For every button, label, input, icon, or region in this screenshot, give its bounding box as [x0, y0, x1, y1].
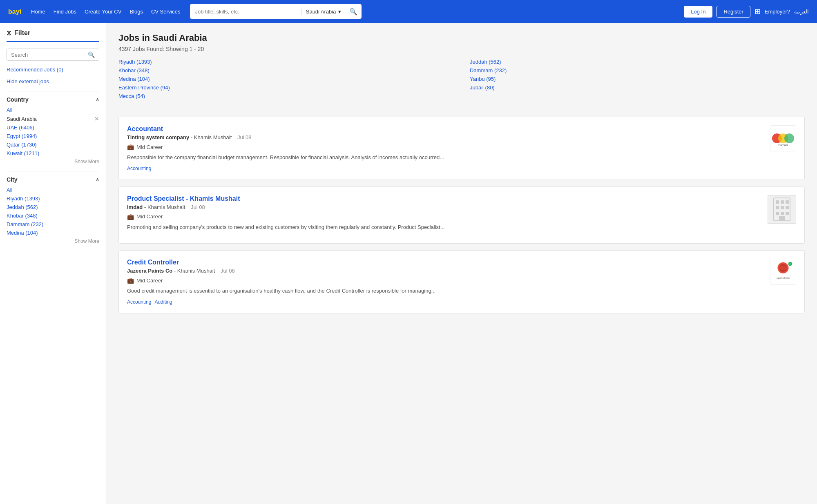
nav-search-input[interactable]: [190, 9, 301, 15]
job-meta-product-specialist: Imdad - Khamis Mushait Jul 08: [127, 204, 761, 210]
city-riyadh[interactable]: Riyadh (1393): [7, 195, 99, 202]
city-link-khobar[interactable]: Khobar (348): [118, 67, 453, 73]
job-tag-auditing[interactable]: Auditing: [154, 299, 172, 305]
employer-link[interactable]: Employer?: [765, 9, 790, 15]
chevron-down-icon: ▾: [338, 9, 341, 15]
city-links: Riyadh (1393) Khobar (348) Medina (104) …: [118, 59, 805, 102]
svg-text:bayt: bayt: [8, 8, 21, 15]
city-riyadh-link[interactable]: Riyadh (1393): [7, 195, 40, 202]
city-link-medina[interactable]: Medina (104): [118, 76, 453, 82]
nav-cv-services[interactable]: CV Services: [151, 9, 181, 15]
job-date-product-specialist: Jul 08: [191, 204, 205, 210]
city-all[interactable]: All: [7, 187, 99, 193]
city-khobar[interactable]: Khobar (348): [7, 213, 99, 219]
job-level-text-credit-controller: Mid Career: [136, 278, 163, 284]
country-kuwait[interactable]: Kuwait (1211): [7, 150, 99, 156]
arabic-link[interactable]: العربية: [794, 9, 809, 15]
nav-find-jobs[interactable]: Find Jobs: [54, 9, 76, 15]
country-egypt-count: (1994): [22, 133, 37, 139]
nav-search-button[interactable]: 🔍: [345, 8, 362, 16]
country-qatar[interactable]: Qatar (1730): [7, 142, 99, 148]
country-egypt[interactable]: Egypt (1994): [7, 133, 99, 139]
country-kuwait-link[interactable]: Kuwait (1211): [7, 150, 39, 156]
city-link-eastern-province[interactable]: Eastern Province (94): [118, 84, 453, 91]
city-all-link[interactable]: All: [7, 187, 12, 193]
job-company-accountant: Tinting system company: [127, 134, 189, 140]
city-link-yanbu[interactable]: Yanbu (95): [470, 76, 805, 82]
register-button[interactable]: Register: [717, 6, 750, 18]
job-level-text-product-specialist: Mid Career: [136, 213, 163, 220]
job-description-credit-controller: Good credit management is essential to a…: [127, 287, 763, 295]
city-jeddah[interactable]: Jeddah (562): [7, 204, 99, 210]
country-all[interactable]: All: [7, 107, 99, 113]
country-uae-count: (6406): [19, 124, 34, 131]
job-date-accountant: Jul 08: [237, 134, 252, 140]
job-title-accountant[interactable]: Accountant: [127, 125, 763, 133]
city-dammam-link[interactable]: Dammam (232): [7, 221, 43, 227]
city-khobar-link[interactable]: Khobar (348): [7, 213, 38, 219]
country-show-more[interactable]: Show More: [7, 159, 99, 164]
grid-icon[interactable]: ⊞: [754, 7, 761, 16]
job-location-credit-controller: Khamis Mushait: [177, 268, 215, 274]
country-filter-header[interactable]: Country ∧: [7, 96, 99, 103]
country-qatar-link[interactable]: Qatar (1730): [7, 142, 37, 148]
job-title-product-specialist[interactable]: Product Specialist - Khamis Mushait: [127, 195, 761, 202]
nav-home[interactable]: Home: [31, 9, 45, 15]
country-label: Country: [7, 96, 29, 103]
job-tag-accounting-2[interactable]: Accounting: [127, 299, 151, 305]
country-uae-link[interactable]: UAE (6406): [7, 124, 34, 131]
sidebar-search-icon: 🔍: [88, 51, 95, 58]
city-medina[interactable]: Medina (104): [7, 230, 99, 236]
city-medina-link[interactable]: Medina (104): [7, 230, 38, 236]
job-dash: -: [191, 134, 194, 140]
hide-external-link[interactable]: Hide external jobs: [7, 78, 99, 84]
job-level-credit-controller: 💼 Mid Career: [127, 277, 763, 284]
job-card-product-specialist: Product Specialist - Khamis Mushait Imda…: [118, 187, 805, 244]
page-container: ⧖ Filter 🔍 Recommended Jobs (0) Hide ext…: [0, 23, 817, 504]
logo[interactable]: bayt: [8, 5, 21, 18]
city-links-col1: Riyadh (1393) Khobar (348) Medina (104) …: [118, 59, 453, 102]
country-uae[interactable]: UAE (6406): [7, 124, 99, 131]
sidebar-search-input[interactable]: [11, 52, 88, 58]
job-tag-accounting[interactable]: Accounting: [127, 166, 151, 171]
svg-text:Jazeera Paints: Jazeera Paints: [777, 277, 790, 279]
country-egypt-link[interactable]: Egypt (1994): [7, 133, 37, 139]
city-show-more[interactable]: Show More: [7, 238, 99, 244]
briefcase-icon-3: 💼: [127, 277, 134, 284]
job-description-accountant: Responsible for the company financial bu…: [127, 153, 763, 162]
main-content: Jobs in Saudi Arabia 4397 Jobs Found: Sh…: [106, 23, 817, 504]
job-level-product-specialist: 💼 Mid Career: [127, 213, 761, 220]
login-button[interactable]: Log In: [684, 6, 712, 18]
city-link-mecca[interactable]: Mecca (54): [118, 93, 453, 99]
recommended-jobs-link[interactable]: Recommended Jobs (0): [7, 67, 99, 73]
city-filter-header[interactable]: City ∧: [7, 176, 99, 183]
country-qatar-count: (1730): [21, 142, 37, 148]
city-riyadh-count: (1393): [25, 195, 40, 202]
job-title-credit-controller[interactable]: Credit Controller: [127, 259, 763, 266]
city-link-dammam[interactable]: Dammam (232): [470, 67, 805, 73]
city-khobar-count: (348): [25, 213, 38, 219]
job-tags-credit-controller: Accounting Auditing: [127, 299, 763, 305]
city-link-jeddah[interactable]: Jeddah (562): [470, 59, 805, 65]
country-remove-icon[interactable]: ✕: [94, 115, 99, 122]
filter-header: ⧖ Filter: [7, 29, 99, 42]
city-dammam[interactable]: Dammam (232): [7, 221, 99, 227]
job-level-accountant: 💼 Mid Career: [127, 144, 763, 150]
nav-blogs[interactable]: Blogs: [129, 9, 143, 15]
nav-create-cv[interactable]: Create Your CV: [85, 9, 121, 15]
country-filter-section: Country ∧ All Saudi Arabia ✕ UAE (6406) …: [7, 91, 99, 164]
svg-rect-13: [781, 212, 784, 215]
filter-title: Filter: [14, 29, 30, 37]
svg-rect-7: [781, 200, 784, 204]
city-jeddah-link[interactable]: Jeddah (562): [7, 204, 38, 210]
navbar: bayt Home Find Jobs Create Your CV Blogs…: [0, 0, 817, 23]
svg-rect-15: [779, 216, 785, 221]
city-link-riyadh[interactable]: Riyadh (1393): [118, 59, 453, 65]
nav-location-selector[interactable]: Saudi Arabia ▾: [301, 9, 346, 15]
job-info-product-specialist: Product Specialist - Khamis Mushait Imda…: [127, 195, 761, 235]
country-all-link[interactable]: All: [7, 107, 12, 113]
nav-links: Home Find Jobs Create Your CV Blogs CV S…: [31, 9, 180, 15]
sidebar-search-box: 🔍: [7, 49, 99, 61]
country-saudi-arabia[interactable]: Saudi Arabia ✕: [7, 115, 99, 122]
city-link-jubail[interactable]: Jubail (80): [470, 84, 805, 91]
